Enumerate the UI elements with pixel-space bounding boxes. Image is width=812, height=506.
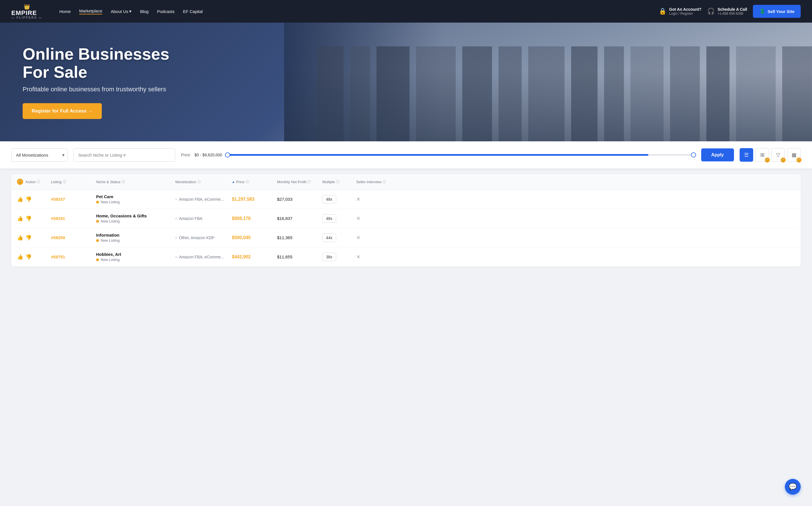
status-dot bbox=[96, 239, 99, 242]
interview-info-icon[interactable]: ⓘ bbox=[383, 179, 386, 184]
expand-icon[interactable]: › bbox=[175, 235, 177, 240]
nav-ef-capital[interactable]: EF Capital bbox=[183, 9, 203, 14]
sort-asc-icon: ▲ bbox=[232, 180, 235, 183]
svg-rect-11 bbox=[670, 47, 700, 141]
filter-lock-icon: 🔒 bbox=[781, 157, 786, 163]
nav-schedule[interactable]: 🎧 Schedule A Call +1-888 658 8388 bbox=[707, 7, 747, 15]
thumbdown-button[interactable]: 👎 bbox=[25, 254, 32, 260]
svg-rect-3 bbox=[416, 47, 456, 141]
listing-id[interactable]: #58337 bbox=[51, 197, 96, 202]
nav-home[interactable]: Home bbox=[59, 9, 71, 14]
logo-sub: — FLIPPERS — bbox=[11, 16, 43, 19]
th-monetization: Monetization ⓘ bbox=[175, 179, 232, 185]
thumbdown-button[interactable]: 👎 bbox=[25, 196, 32, 202]
listing-id[interactable]: #58259 bbox=[51, 235, 96, 240]
monetization-cell: › Other, Amazon KDP bbox=[175, 235, 232, 240]
price-range-section: Price: $0 - $9,620,000 bbox=[181, 153, 696, 157]
price-info-icon[interactable]: ⓘ bbox=[246, 179, 249, 184]
th-listing: Listing ⓘ bbox=[51, 179, 96, 185]
svg-rect-13 bbox=[736, 47, 776, 141]
status-dot bbox=[96, 258, 99, 261]
multiple-cell: 44x bbox=[322, 234, 356, 242]
row-actions: 👍 👎 bbox=[17, 216, 51, 222]
expand-icon[interactable]: › bbox=[175, 216, 177, 221]
logo[interactable]: 👑 EMPIRE — FLIPPERS — bbox=[11, 4, 45, 19]
thumbup-button[interactable]: 👍 bbox=[17, 216, 23, 222]
account-title: Got An Account? bbox=[669, 7, 702, 12]
price-cell: $808,176 bbox=[232, 216, 277, 221]
list-view-button[interactable]: ☰ bbox=[740, 148, 753, 162]
list-icon: ☰ bbox=[744, 152, 749, 158]
grid-view-button[interactable]: ⊞ 🔒 bbox=[755, 148, 769, 162]
status-dot bbox=[96, 201, 99, 203]
niche-cell: Information New Listing bbox=[96, 233, 175, 243]
expand-icon[interactable]: › bbox=[175, 197, 177, 202]
th-interview: Seller Interview ⓘ bbox=[356, 179, 401, 185]
search-input[interactable] bbox=[74, 148, 175, 162]
headset-icon: 🎧 bbox=[707, 8, 715, 15]
apply-button[interactable]: Apply bbox=[701, 148, 734, 161]
listing-info-icon[interactable]: ⓘ bbox=[63, 179, 66, 184]
thumbdown-button[interactable]: 👎 bbox=[25, 235, 32, 241]
nav-account[interactable]: 🔒 Got An Account? Login / Register bbox=[659, 7, 702, 15]
row-actions: 👍 👎 bbox=[17, 235, 51, 241]
sell-your-site-button[interactable]: 💲 Sell Your Site bbox=[753, 5, 801, 18]
nav-podcasts[interactable]: Podcasts bbox=[157, 9, 174, 14]
chevron-down-icon: ▾ bbox=[129, 9, 132, 14]
table-row: 👍 👎 #58259 Information New Listing › Oth… bbox=[11, 228, 801, 247]
monetization-cell: › Amazon FBA bbox=[175, 216, 232, 221]
table-row: 👍 👎 #58337 Pet Care New Listing › Amazon… bbox=[11, 190, 801, 209]
hero-content: Online Businesses For Sale Profitable on… bbox=[0, 45, 198, 119]
profit-info-icon[interactable]: ⓘ bbox=[307, 179, 311, 184]
niche-cell: Pet Care New Listing bbox=[96, 194, 175, 204]
svg-rect-8 bbox=[571, 47, 597, 141]
register-button[interactable]: Register for Full Access → bbox=[23, 103, 102, 119]
nav-blog[interactable]: Blog bbox=[140, 9, 148, 14]
expand-icon[interactable]: › bbox=[175, 254, 177, 259]
profit-cell: $16,837 bbox=[277, 216, 322, 221]
monetization-select[interactable]: All Monetizations Amazon FBA eCommerce A… bbox=[11, 148, 68, 162]
hero-title: Online Businesses For Sale bbox=[23, 45, 175, 81]
th-multiple: Multiple ⓘ bbox=[322, 179, 356, 185]
price-label: Price: bbox=[181, 153, 191, 157]
schedule-title: Schedule A Call bbox=[718, 7, 747, 12]
th-monthly-profit: Monthly Net Profit ⓘ bbox=[277, 179, 322, 185]
thumbup-button[interactable]: 👍 bbox=[17, 235, 23, 241]
dollar-icon: 💲 bbox=[759, 8, 765, 14]
table-row: 👍 👎 #58191 Home, Occasions & Gifts New L… bbox=[11, 209, 801, 228]
price-range-slider[interactable] bbox=[226, 154, 696, 156]
thumbup-button[interactable]: 👍 bbox=[17, 196, 23, 202]
grid-icon: ⊞ bbox=[760, 152, 764, 158]
svg-rect-12 bbox=[707, 47, 730, 141]
nav-marketplace[interactable]: Marketplace bbox=[79, 8, 102, 14]
multiple-info-icon[interactable]: ⓘ bbox=[336, 179, 339, 184]
nav-about[interactable]: About Us ▾ bbox=[111, 9, 132, 14]
th-niche: Niche & Status ⓘ bbox=[96, 179, 175, 185]
svg-rect-10 bbox=[631, 47, 664, 141]
listing-id[interactable]: #58751 bbox=[51, 254, 96, 259]
search-bar: All Monetizations Amazon FBA eCommerce A… bbox=[0, 141, 812, 168]
price-cell: $500,045 bbox=[232, 235, 277, 240]
action-lock-icon: 🔒 bbox=[17, 179, 23, 185]
action-info-icon[interactable]: ⓘ bbox=[37, 179, 40, 184]
grid-lock-icon: 🔒 bbox=[765, 157, 770, 163]
bar-lock-icon: 🔒 bbox=[797, 157, 802, 163]
range-thumb-left[interactable] bbox=[225, 152, 230, 157]
svg-rect-5 bbox=[462, 47, 492, 141]
price-range-value: $0 - $9,620,000 bbox=[194, 153, 222, 157]
thumbdown-button[interactable]: 👎 bbox=[25, 216, 32, 222]
nav-links: Home Marketplace About Us ▾ Blog Podcast… bbox=[59, 8, 650, 14]
filter-view-button[interactable]: ▽ 🔒 bbox=[771, 148, 785, 162]
table-row: 👍 👎 #58751 Hobbies, Art New Listing › Am… bbox=[11, 247, 801, 267]
bar-view-button[interactable]: ▦ 🔒 bbox=[787, 148, 801, 162]
interview-cell: ✕ bbox=[356, 235, 401, 241]
multiple-cell: 48x bbox=[322, 195, 356, 203]
price-cell: $442,902 bbox=[232, 254, 277, 259]
niche-cell: Hobbies, Art New Listing bbox=[96, 252, 175, 262]
svg-rect-7 bbox=[529, 47, 565, 141]
listing-id[interactable]: #58191 bbox=[51, 216, 96, 221]
range-thumb-right[interactable] bbox=[691, 152, 696, 157]
thumbup-button[interactable]: 👍 bbox=[17, 254, 23, 260]
niche-info-icon[interactable]: ⓘ bbox=[121, 179, 125, 184]
monetization-info-icon[interactable]: ⓘ bbox=[197, 179, 201, 184]
